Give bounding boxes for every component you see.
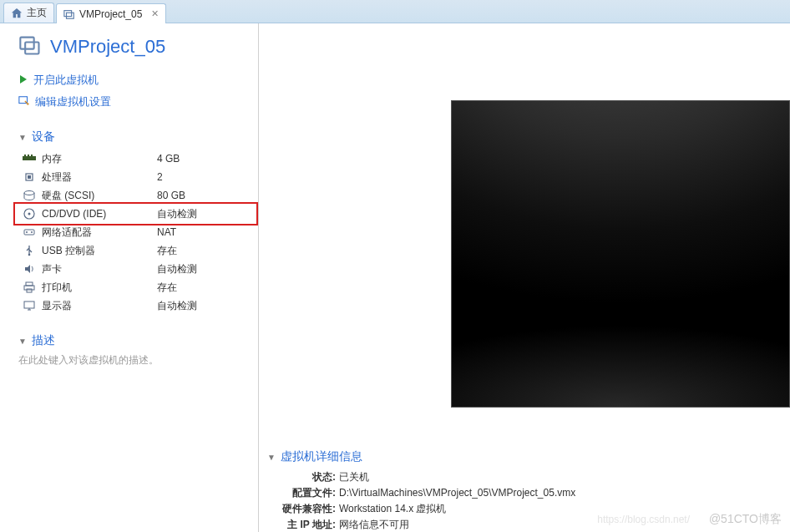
device-value: NAT [157, 226, 176, 238]
device-label: 网络适配器 [42, 225, 157, 240]
description-placeholder[interactable]: 在此处键入对该虚拟机的描述。 [18, 353, 243, 367]
svg-point-11 [24, 191, 34, 195]
home-icon [11, 8, 23, 19]
svg-rect-18 [26, 282, 33, 286]
edit-settings-button[interactable]: 编辑虚拟机设置 [18, 93, 243, 111]
device-value: 自动检测 [157, 299, 197, 313]
device-row-cddvd[interactable]: CD/DVD (IDE) 自动检测 [22, 205, 243, 223]
svg-point-16 [31, 231, 33, 233]
device-row-memory[interactable]: 内存 4 GB [22, 149, 243, 168]
detail-value: Workstation 14.x 虚拟机 [339, 501, 446, 517]
device-row-network[interactable]: 网络适配器 NAT [22, 223, 243, 241]
disk-icon [22, 188, 37, 203]
detail-row-ip: 主 IP 地址: 网络信息不可用 [267, 517, 782, 532]
vm-icon [63, 8, 75, 20]
svg-point-17 [28, 254, 31, 256]
edit-icon [18, 95, 30, 109]
device-label: 打印机 [42, 281, 157, 295]
device-label: USB 控制器 [42, 244, 157, 258]
detail-row-state: 状态: 已关机 [267, 469, 782, 485]
tab-vmproject-label: VMProject_05 [79, 8, 142, 20]
tab-vmproject[interactable]: VMProject_05 ✕ [56, 3, 166, 23]
svg-rect-7 [28, 155, 29, 156]
svg-point-13 [28, 213, 31, 215]
details-title: 虚拟机详细信息 [281, 449, 362, 464]
svg-rect-10 [28, 175, 31, 179]
svg-rect-0 [64, 10, 72, 16]
play-icon [18, 74, 28, 87]
vm-logo-icon [18, 33, 42, 59]
display-icon [22, 298, 37, 313]
device-value: 存在 [157, 281, 177, 295]
power-on-label: 开启此虚拟机 [33, 73, 99, 88]
tab-bar: 主页 VMProject_05 ✕ [0, 0, 790, 23]
vm-preview[interactable] [451, 100, 790, 408]
detail-key: 配置文件: [267, 485, 339, 501]
detail-key: 主 IP 地址: [267, 517, 339, 532]
usb-icon [22, 243, 37, 258]
svg-rect-5 [23, 156, 36, 160]
device-label: 声卡 [42, 262, 157, 276]
cpu-icon [22, 170, 37, 185]
printer-icon [22, 280, 37, 295]
detail-value: 已关机 [339, 469, 369, 485]
tab-home[interactable]: 主页 [3, 3, 54, 23]
device-row-cpu[interactable]: 处理器 2 [22, 168, 243, 186]
device-row-disk[interactable]: 硬盘 (SCSI) 80 GB [22, 186, 243, 205]
section-devices-header[interactable]: ▼ 设备 [18, 129, 243, 144]
detail-value: 网络信息不可用 [339, 517, 409, 532]
device-row-sound[interactable]: 声卡 自动检测 [22, 260, 243, 278]
svg-rect-14 [24, 230, 34, 235]
edit-settings-label: 编辑虚拟机设置 [35, 94, 111, 109]
detail-row-compat: 硬件兼容性: Workstation 14.x 虚拟机 [267, 501, 782, 517]
right-panel: ▼ 虚拟机详细信息 状态: 已关机 配置文件: D:\VirtualMachin… [259, 23, 790, 532]
svg-rect-2 [20, 38, 33, 49]
sound-icon [22, 261, 37, 276]
devices-list: 内存 4 GB 处理器 2 硬盘 (SCSI) 80 GB CD/DVD (ID… [22, 149, 243, 315]
device-value: 存在 [157, 244, 177, 258]
expand-icon: ▼ [18, 337, 27, 346]
network-icon [22, 225, 37, 240]
detail-key: 硬件兼容性: [267, 501, 339, 517]
device-label: 内存 [42, 152, 157, 166]
device-row-display[interactable]: 显示器 自动检测 [22, 296, 243, 315]
section-description-title: 描述 [32, 333, 55, 348]
details-header[interactable]: ▼ 虚拟机详细信息 [267, 449, 782, 464]
detail-key: 状态: [267, 469, 339, 485]
section-devices-title: 设备 [32, 129, 55, 144]
device-value: 2 [157, 171, 163, 183]
device-label: 硬盘 (SCSI) [42, 189, 157, 203]
svg-rect-8 [31, 155, 33, 156]
svg-rect-1 [67, 13, 74, 18]
device-value: 4 GB [157, 153, 180, 165]
svg-point-15 [26, 231, 28, 233]
svg-rect-3 [25, 43, 38, 54]
expand-icon: ▼ [267, 453, 276, 462]
device-label: 显示器 [42, 299, 157, 313]
tab-home-label: 主页 [27, 6, 47, 20]
close-icon[interactable]: ✕ [151, 8, 159, 19]
device-value: 自动检测 [157, 262, 197, 276]
device-value: 80 GB [157, 190, 185, 201]
svg-rect-21 [24, 301, 34, 308]
section-description-header[interactable]: ▼ 描述 [18, 333, 243, 348]
svg-rect-6 [24, 155, 26, 156]
cd-icon [22, 206, 37, 221]
device-label: CD/DVD (IDE) [42, 208, 157, 220]
detail-value: D:\VirtualMachines\VMProject_05\VMProjec… [339, 485, 575, 501]
memory-icon [22, 151, 37, 166]
device-row-printer[interactable]: 打印机 存在 [22, 278, 243, 296]
detail-row-config: 配置文件: D:\VirtualMachines\VMProject_05\VM… [267, 485, 782, 501]
expand-icon: ▼ [18, 133, 27, 142]
device-value: 自动检测 [157, 207, 197, 221]
vm-details: ▼ 虚拟机详细信息 状态: 已关机 配置文件: D:\VirtualMachin… [267, 449, 782, 532]
device-row-usb[interactable]: USB 控制器 存在 [22, 241, 243, 260]
power-on-button[interactable]: 开启此虚拟机 [18, 71, 243, 89]
left-panel: VMProject_05 开启此虚拟机 编辑虚拟机设置 ▼ 设备 内存 4 GB [0, 23, 259, 532]
vm-title: VMProject_05 [50, 36, 165, 58]
device-label: 处理器 [42, 170, 157, 185]
